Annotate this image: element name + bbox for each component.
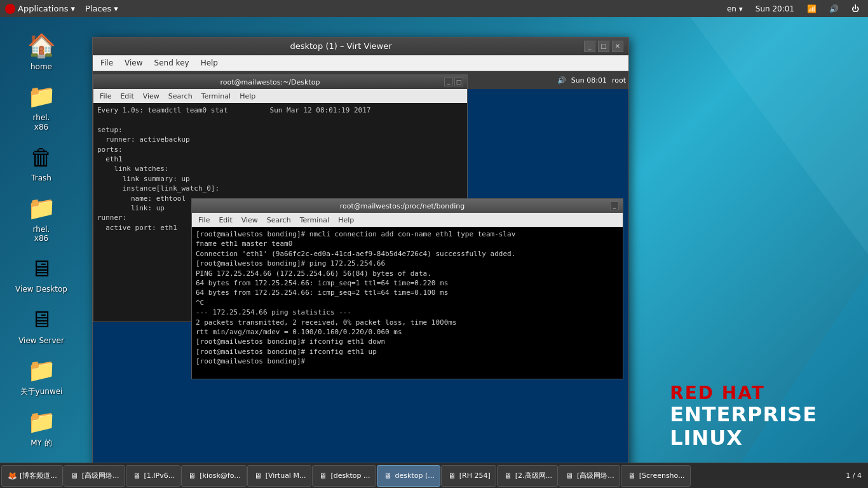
view-desktop-label: View Desktop: [15, 285, 67, 294]
rh254-label: [RH 254]: [459, 471, 491, 480]
virtual-m-icon: 🖥: [253, 471, 263, 481]
my-icon: 📁: [26, 407, 57, 437]
virt-menu-file[interactable]: File: [95, 57, 118, 69]
decoration-triangle-1: [677, 0, 868, 254]
terminal-bonding-title: root@mailwestos:/proc/net/bonding: [196, 202, 609, 210]
desktop-icon-view-desktop[interactable]: 🖥 View Desktop: [0, 248, 83, 299]
taskbar-advanced2[interactable]: 🖥 [2.高级网...: [497, 465, 558, 487]
blog-icon: 🦊: [7, 471, 17, 481]
taskbar-screenshot[interactable]: 🖥 [Screensho...: [621, 465, 691, 487]
desktop-tab-icon: 🖥: [318, 471, 328, 481]
taskbar-advanced3[interactable]: 🖥 [高级网络...: [559, 465, 620, 487]
taskbar-desktop-tab[interactable]: 🖥 [desktop ...: [312, 465, 376, 487]
maximize-button[interactable]: □: [598, 41, 609, 52]
tw-menu-help[interactable]: Help: [236, 92, 259, 101]
virt-menu-help[interactable]: Help: [196, 57, 223, 69]
view-desktop-icon: 🖥: [26, 253, 57, 283]
view-server-icon: 🖥: [26, 304, 57, 335]
advanced3-label: [高级网络...: [577, 471, 614, 480]
inner-right-panel: 🔊 Sun 08:01 root: [557, 76, 626, 85]
clock[interactable]: Sun 20:01: [752, 3, 798, 15]
linux-text: LINUX: [670, 426, 817, 450]
tw-menu-file[interactable]: File: [96, 92, 115, 101]
inner-volume-icon: 🔊: [557, 76, 566, 85]
advanced3-icon: 🖥: [564, 471, 574, 481]
tb-menu-file[interactable]: File: [194, 215, 214, 225]
desktop-icon-yunwei[interactable]: 📁 关于yunwei: [0, 350, 83, 401]
terminal-bonding-minimize[interactable]: _: [610, 201, 619, 210]
taskbar-ipv6[interactable]: 🖥 [1.IPv6...: [126, 465, 181, 487]
tb-menu-view[interactable]: View: [238, 215, 262, 225]
power-indicator[interactable]: ⏻: [848, 3, 863, 15]
enterprise-text: ENTERPRISE: [670, 403, 817, 426]
inner-time: Sun 08:01: [571, 76, 607, 85]
terminal-watch-title: root@mailwestos:~/Desktop: [97, 78, 443, 86]
redhat-text: RED HAT: [670, 383, 817, 403]
taskbar-pager: 1 / 4: [841, 471, 867, 480]
terminal-watch-maximize[interactable]: □: [454, 78, 463, 86]
trash-label: Trash: [31, 173, 51, 182]
tw-menu-search[interactable]: Search: [165, 92, 196, 101]
yunwei-icon: 📁: [26, 355, 57, 386]
wifi-indicator[interactable]: 📶: [803, 3, 820, 15]
virt-viewer-title: desktop (1) – Virt Viewer: [98, 41, 584, 51]
taskbar-advanced-net[interactable]: 🖥 [高级网络...: [64, 465, 125, 487]
home-icon: 🏠: [26, 30, 57, 61]
advanced-net-icon: 🖥: [69, 471, 79, 481]
screenshot-label: [Screensho...: [639, 471, 685, 480]
virt-viewer-titlebar: desktop (1) – Virt Viewer _ □ ✕: [93, 37, 628, 55]
taskbar-desktop-active[interactable]: 🖥 desktop (...: [377, 465, 440, 487]
close-button[interactable]: ✕: [612, 41, 623, 52]
terminal-watch-minimize[interactable]: _: [444, 78, 453, 86]
top-panel: Applications ▾ Places ▾ en ▾ Sun 20:01 📶…: [0, 0, 868, 17]
lang-indicator[interactable]: en ▾: [723, 3, 747, 15]
rhel2-label: rhel.x86: [33, 225, 50, 243]
desktop-icon-home[interactable]: 🏠 home: [0, 25, 83, 76]
lang-text: en: [727, 4, 736, 13]
volume-indicator[interactable]: 🔊: [825, 3, 843, 15]
desktop-icons: 🏠 home 📁 rhel.x86 🗑 Trash 📁 rhel.x86 🖥 V…: [0, 25, 83, 488]
kiosk-icon: 🖥: [187, 471, 197, 481]
virt-menu-sendkey[interactable]: Send key: [149, 57, 194, 69]
terminal-bonding-window[interactable]: root@mailwestos:/proc/net/bonding _ File…: [191, 198, 623, 379]
taskbar-virtual-m[interactable]: 🖥 [Virtual M...: [247, 465, 312, 487]
my-label: MY 的: [31, 438, 52, 447]
kiosk-label: [kiosk@fo...: [200, 471, 240, 480]
window-controls: _ □ ✕: [584, 41, 623, 52]
places-label: Places: [85, 4, 111, 13]
virtual-m-label: [Virtual M...: [266, 471, 306, 480]
taskbar-kiosk[interactable]: 🖥 [kiosk@fo...: [181, 465, 246, 487]
taskbar-blog[interactable]: 🦊 [博客频道...: [1, 465, 63, 487]
top-panel-right: en ▾ Sun 20:01 📶 🔊 ⏻: [723, 3, 868, 15]
tb-menu-search[interactable]: Search: [263, 215, 295, 225]
tb-menu-edit[interactable]: Edit: [215, 215, 236, 225]
tw-menu-edit[interactable]: Edit: [116, 92, 137, 101]
tw-menu-view[interactable]: View: [139, 92, 163, 101]
rh254-icon: 🖥: [447, 471, 457, 481]
terminal-bonding-content[interactable]: [root@mailwestos bonding]# nmcli connect…: [192, 227, 623, 379]
clock-text: Sun 20:01: [756, 4, 794, 13]
desktop-icon-trash[interactable]: 🗑 Trash: [0, 137, 83, 187]
rhel1-icon: 📁: [26, 81, 57, 112]
virt-viewer-window: desktop (1) – Virt Viewer _ □ ✕ File Vie…: [92, 37, 629, 482]
desktop-icon-view-server[interactable]: 🖥 View Server: [0, 299, 83, 350]
advanced2-icon: 🖥: [503, 471, 513, 481]
redhat-logo: RED HAT ENTERPRISE LINUX: [670, 383, 817, 450]
desktop-icon-my[interactable]: 📁 MY 的: [0, 402, 83, 452]
taskbar: 🦊 [博客频道... 🖥 [高级网络... 🖥 [1.IPv6... 🖥 [ki…: [0, 463, 868, 488]
places-menu[interactable]: Places ▾: [80, 4, 123, 13]
applications-arrow: ▾: [71, 4, 75, 13]
applications-menu[interactable]: Applications ▾: [0, 4, 80, 14]
screenshot-icon: 🖥: [627, 471, 637, 481]
virt-menu-view[interactable]: View: [119, 57, 147, 69]
yunwei-label: 关于yunwei: [20, 387, 63, 396]
minimize-button[interactable]: _: [584, 41, 595, 52]
advanced2-label: [2.高级网...: [515, 471, 552, 480]
rhel2-icon: 📁: [26, 193, 57, 224]
tw-menu-terminal[interactable]: Terminal: [198, 92, 235, 101]
taskbar-rh254[interactable]: 🖥 [RH 254]: [441, 465, 496, 487]
tb-menu-terminal[interactable]: Terminal: [296, 215, 334, 225]
tb-menu-help[interactable]: Help: [334, 215, 358, 225]
desktop-icon-rhel2[interactable]: 📁 rhel.x86: [0, 188, 83, 248]
desktop-icon-rhel1[interactable]: 📁 rhel.x86: [0, 76, 83, 137]
